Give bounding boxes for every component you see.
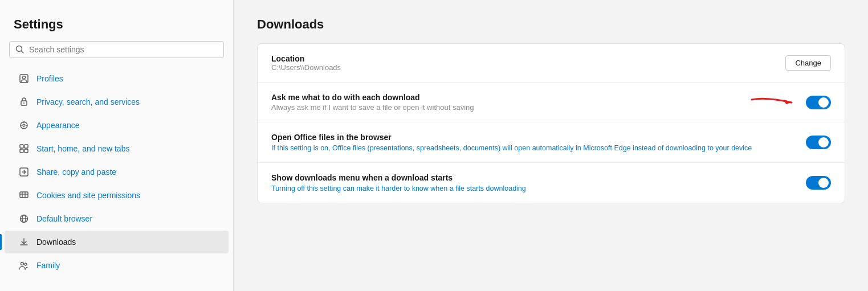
sidebar: Settings Profiles Privacy, search, and s (0, 0, 234, 291)
sidebar-item-privacy-label: Privacy, search, and services (36, 97, 140, 106)
settings-card: Location C:\Users\ \Downloads Change Ask… (257, 43, 845, 203)
sidebar-title: Settings (0, 11, 233, 41)
sidebar-item-appearance-label: Appearance (36, 121, 80, 130)
sidebar-item-cookies[interactable]: Cookies and site permissions (5, 184, 229, 207)
sidebar-item-default-browser-label: Default browser (36, 214, 92, 223)
svg-rect-15 (25, 149, 28, 153)
downloads-menu-label: Show downloads menu when a download star… (271, 173, 797, 182)
svg-rect-13 (25, 145, 28, 148)
sidebar-item-privacy[interactable]: Privacy, search, and services (5, 91, 229, 113)
downloads-menu-toggle[interactable] (806, 176, 831, 190)
office-files-header: Open Office files in the browser If this… (271, 133, 831, 152)
sidebar-item-default-browser[interactable]: Default browser (5, 207, 229, 230)
sidebar-item-family[interactable]: Family (5, 254, 229, 277)
office-files-setting-row: Open Office files in the browser If this… (258, 122, 845, 163)
downloads-menu-setting-row: Show downloads menu when a download star… (258, 163, 845, 203)
location-path-start: C:\Users\ (271, 63, 302, 72)
sidebar-item-share-copy[interactable]: Share, copy and paste (5, 161, 229, 183)
ask-download-content: Ask me what to do with each download Alw… (271, 93, 806, 112)
downloads-menu-content: Show downloads menu when a download star… (271, 173, 797, 192)
ask-download-toggle[interactable] (806, 96, 831, 109)
svg-point-3 (23, 76, 26, 79)
browser-icon (18, 213, 30, 224)
download-icon (18, 236, 30, 248)
downloads-menu-header: Show downloads menu when a download star… (271, 173, 831, 192)
ask-download-right (806, 96, 831, 109)
ask-download-label: Ask me what to do with each download (271, 93, 806, 102)
svg-point-7 (23, 124, 25, 126)
svg-rect-12 (20, 145, 23, 148)
appearance-icon (18, 120, 30, 131)
office-files-content: Open Office files in the browser If this… (271, 133, 797, 152)
page-title: Downloads (257, 17, 845, 32)
profile-icon (18, 73, 30, 84)
sidebar-item-profiles[interactable]: Profiles (5, 67, 229, 90)
sidebar-item-start-home[interactable]: Start, home, and new tabs (5, 137, 229, 160)
family-icon (18, 260, 30, 271)
red-arrow-annotation (749, 94, 800, 111)
location-content: Location C:\Users\ \Downloads (271, 54, 341, 72)
ask-download-description: Always ask me if I want to save a file o… (271, 103, 806, 112)
location-setting-row: Location C:\Users\ \Downloads Change (258, 44, 845, 83)
sidebar-item-family-label: Family (36, 261, 60, 270)
svg-line-1 (22, 51, 24, 54)
office-files-right (806, 136, 831, 149)
search-icon (15, 45, 25, 54)
location-row-container: Location C:\Users\ \Downloads Change (271, 54, 831, 72)
change-location-button[interactable]: Change (785, 55, 831, 71)
sidebar-item-start-label: Start, home, and new tabs (36, 144, 129, 153)
office-files-label: Open Office files in the browser (271, 133, 797, 142)
sidebar-item-cookies-label: Cookies and site permissions (36, 191, 140, 200)
downloads-menu-description: Turning off this setting can make it har… (271, 185, 784, 192)
search-input[interactable] (29, 45, 218, 54)
location-path: C:\Users\ \Downloads (271, 63, 341, 72)
main-content: Downloads Location C:\Users\ \Downloads … (234, 0, 868, 291)
sidebar-item-downloads-label: Downloads (36, 237, 76, 247)
ask-download-header: Ask me what to do with each download Alw… (271, 93, 831, 112)
svg-rect-14 (20, 149, 23, 153)
downloads-menu-right (806, 176, 831, 190)
sidebar-item-downloads[interactable]: Downloads (5, 231, 229, 253)
ask-download-setting-row: Ask me what to do with each download Alw… (258, 83, 845, 122)
privacy-icon (18, 96, 30, 108)
sidebar-item-appearance[interactable]: Appearance (5, 114, 229, 137)
office-files-toggle[interactable] (806, 136, 831, 149)
svg-point-5 (23, 103, 25, 104)
sidebar-item-share-label: Share, copy and paste (36, 167, 116, 177)
svg-rect-17 (20, 192, 28, 198)
search-box[interactable] (9, 41, 224, 58)
sidebar-item-profiles-label: Profiles (36, 74, 63, 83)
cookies-icon (18, 190, 30, 201)
svg-point-24 (25, 263, 27, 265)
location-label: Location (271, 54, 341, 63)
location-path-end: \Downloads (302, 63, 341, 72)
share-icon (18, 166, 30, 178)
start-icon (18, 143, 30, 154)
office-files-description: If this setting is on, Office files (pre… (271, 144, 784, 152)
svg-point-23 (21, 263, 24, 265)
